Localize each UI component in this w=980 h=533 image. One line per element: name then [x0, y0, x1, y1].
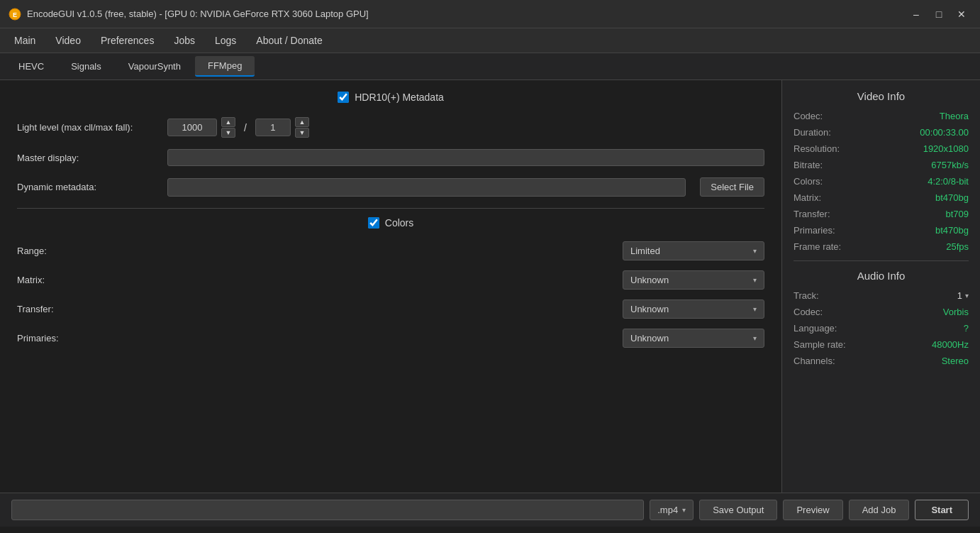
primaries-dropdown[interactable]: Unknown ▾ — [623, 329, 764, 348]
video-matrix-label: Matrix: — [794, 192, 821, 203]
colors-separator — [17, 208, 764, 209]
master-display-input[interactable]: G(13250,34500)B(7500,3000)R(34000,16000)… — [167, 149, 764, 166]
audio-separator — [794, 260, 969, 261]
video-duration-value: 00:00:33.00 — [920, 127, 969, 138]
audio-language-value: ? — [964, 323, 969, 334]
title-bar-left: E EncodeGUI v1.0.5 (free, stable) - [GPU… — [9, 8, 369, 21]
master-display-row: Master display: G(13250,34500)B(7500,300… — [17, 149, 764, 166]
maximize-button[interactable]: □ — [929, 6, 949, 22]
audio-track-label: Track: — [794, 290, 819, 301]
light-level-input-group2: ▲ ▼ — [255, 117, 309, 138]
video-bitrate-value: 6757kb/s — [931, 160, 969, 170]
primaries-label: Primaries: — [17, 333, 102, 344]
audio-samplerate-row: Sample rate: 48000Hz — [794, 339, 969, 350]
video-resolution-label: Resolution: — [794, 143, 840, 154]
menu-video[interactable]: Video — [47, 31, 89, 50]
audio-track-row: Track: 1 ▾ — [794, 290, 969, 301]
light-level-label: Light level (max cll/max fall): — [17, 122, 159, 133]
tabs-bar: HEVC Signals VapourSynth FFMpeg — [0, 53, 980, 80]
transfer-value: Unknown — [630, 304, 669, 314]
primaries-row: Primaries: Unknown ▾ — [17, 329, 764, 348]
divider-slash: / — [244, 122, 247, 133]
video-info-title: Video Info — [794, 90, 969, 102]
preview-button[interactable]: Preview — [783, 500, 842, 520]
content-area: HDR10(+) Metadata Light level (max cll/m… — [0, 80, 781, 493]
tab-signals[interactable]: Signals — [58, 57, 114, 76]
audio-track-value: 1 ▾ — [957, 290, 969, 301]
video-matrix-row: Matrix: bt470bg — [794, 192, 969, 203]
light-level2-down[interactable]: ▼ — [295, 128, 309, 138]
audio-language-label: Language: — [794, 323, 837, 334]
add-job-button[interactable]: Add Job — [849, 500, 910, 520]
app-icon: E — [9, 8, 21, 21]
video-framerate-row: Frame rate: 25fps — [794, 241, 969, 252]
tab-ffmpeg[interactable]: FFMpeg — [195, 56, 255, 77]
light-level-input2[interactable] — [255, 119, 291, 136]
video-duration-row: Duration: 00:00:33.00 — [794, 127, 969, 138]
light-level2-spinners: ▲ ▼ — [295, 117, 309, 138]
range-dropdown[interactable]: Limited ▾ — [623, 241, 764, 260]
menu-about[interactable]: About / Donate — [247, 31, 330, 50]
matrix-label: Matrix: — [17, 275, 102, 285]
close-button[interactable]: ✕ — [952, 6, 971, 22]
colors-label: Colors — [385, 217, 413, 229]
light-level-input[interactable] — [167, 119, 217, 136]
range-label: Range: — [17, 246, 102, 256]
audio-samplerate-label: Sample rate: — [794, 339, 846, 350]
video-bitrate-row: Bitrate: 6757kb/s — [794, 160, 969, 170]
light-level2-up[interactable]: ▲ — [295, 117, 309, 127]
window-controls: – □ ✕ — [906, 6, 971, 22]
transfer-chevron-icon: ▾ — [753, 305, 757, 313]
menu-preferences[interactable]: Preferences — [92, 31, 162, 50]
video-bitrate-label: Bitrate: — [794, 160, 823, 170]
matrix-dropdown[interactable]: Unknown ▾ — [623, 270, 764, 290]
dynamic-metadata-row: Dynamic metadata: Select File — [17, 177, 764, 197]
video-framerate-label: Frame rate: — [794, 241, 841, 252]
range-chevron-icon: ▾ — [753, 247, 757, 255]
tab-vapoursynth[interactable]: VapourSynth — [116, 57, 194, 76]
format-dropdown[interactable]: .mp4 ▾ — [650, 500, 694, 520]
format-chevron-icon: ▾ — [682, 506, 686, 514]
hdr10-row: HDR10(+) Metadata — [17, 92, 764, 103]
dynamic-metadata-label: Dynamic metadata: — [17, 182, 159, 192]
video-colors-row: Colors: 4:2:0/8-bit — [794, 176, 969, 187]
video-transfer-value: bt709 — [945, 209, 969, 219]
video-codec-row: Codec: Theora — [794, 111, 969, 121]
light-level-up[interactable]: ▲ — [221, 117, 235, 127]
menu-jobs[interactable]: Jobs — [165, 31, 204, 50]
video-resolution-value: 1920x1080 — [923, 143, 969, 154]
tab-hevc[interactable]: HEVC — [6, 57, 57, 76]
save-output-button[interactable]: Save Output — [699, 500, 777, 520]
transfer-dropdown[interactable]: Unknown ▾ — [623, 300, 764, 319]
dynamic-metadata-input[interactable] — [167, 178, 686, 197]
video-transfer-row: Transfer: bt709 — [794, 209, 969, 219]
minimize-button[interactable]: – — [906, 6, 926, 22]
menu-main[interactable]: Main — [6, 31, 44, 50]
light-level-down[interactable]: ▼ — [221, 128, 235, 138]
video-matrix-value: bt470bg — [935, 192, 969, 203]
video-primaries-label: Primaries: — [794, 225, 835, 236]
light-level-row: Light level (max cll/max fall): ▲ ▼ / ▲ … — [17, 117, 764, 138]
video-transfer-label: Transfer: — [794, 209, 830, 219]
video-resolution-row: Resolution: 1920x1080 — [794, 143, 969, 154]
output-path-input[interactable] — [11, 500, 644, 520]
sidebar: Video Info Codec: Theora Duration: 00:00… — [781, 80, 980, 493]
transfer-label: Transfer: — [17, 304, 102, 314]
track-chevron-icon: ▾ — [965, 292, 969, 300]
audio-samplerate-value: 48000Hz — [932, 339, 969, 350]
matrix-chevron-icon: ▾ — [753, 276, 757, 284]
menu-logs[interactable]: Logs — [206, 31, 245, 50]
audio-codec-label: Codec: — [794, 307, 823, 317]
hdr10-label: HDR10(+) Metadata — [355, 92, 444, 103]
select-file-button[interactable]: Select File — [700, 177, 764, 197]
bottom-bar: .mp4 ▾ Save Output Preview Add Job Start — [0, 493, 980, 527]
main-layout: HDR10(+) Metadata Light level (max cll/m… — [0, 80, 980, 493]
colors-checkbox[interactable] — [368, 217, 379, 229]
matrix-row: Matrix: Unknown ▾ — [17, 270, 764, 290]
start-button[interactable]: Start — [915, 500, 969, 520]
transfer-row: Transfer: Unknown ▾ — [17, 300, 764, 319]
title-bar: E EncodeGUI v1.0.5 (free, stable) - [GPU… — [0, 0, 980, 28]
hdr10-checkbox[interactable] — [338, 92, 349, 103]
audio-codec-row: Codec: Vorbis — [794, 307, 969, 317]
audio-codec-value: Vorbis — [943, 307, 969, 317]
